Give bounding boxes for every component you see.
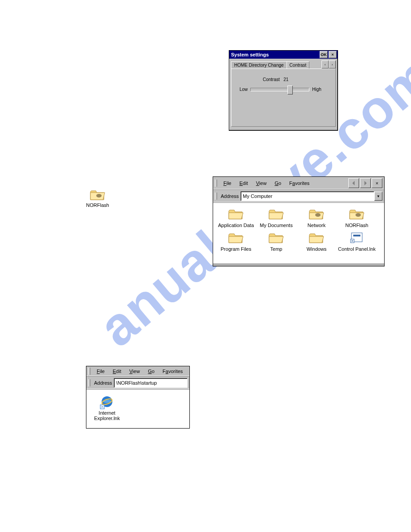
address-field[interactable]: \NORFlash\startup — [114, 378, 188, 388]
address-bar: Address My Computer ▼ — [213, 190, 384, 203]
ok-button[interactable]: OK — [320, 51, 328, 58]
tab-panel-contrast: Contrast 21 Low High — [231, 69, 336, 127]
nav-forward-button[interactable] — [360, 178, 371, 188]
menu-view[interactable]: View — [253, 180, 270, 187]
item-label: Windows — [296, 246, 337, 252]
folder-open-icon — [308, 231, 325, 245]
item-program-files[interactable]: Program Files — [216, 231, 256, 252]
contrast-value: 21 — [283, 77, 288, 82]
tab-strip: HOME Directory Change Contrast ‹ › — [231, 60, 336, 69]
tab-scroll-right-button[interactable]: › — [329, 60, 336, 69]
svg-point-1 — [315, 213, 321, 217]
folder-open-icon — [228, 207, 244, 221]
item-windows[interactable]: Windows — [296, 231, 337, 252]
address-field[interactable]: My Computer — [240, 191, 374, 201]
file-pane: Application Data My Documents Network NO… — [213, 203, 384, 266]
folder-hand-icon — [90, 188, 106, 202]
window-close-button[interactable]: × — [372, 178, 382, 188]
arrow-left-icon — [351, 180, 357, 186]
menu-go[interactable]: Go — [144, 368, 158, 375]
item-internet-explorer[interactable]: Internet Explorer.lnk — [89, 394, 125, 421]
contrast-slider: Low High — [240, 87, 321, 92]
slider-low-label: Low — [240, 87, 248, 92]
folder-hand-icon — [308, 207, 325, 221]
menu-view[interactable]: View — [126, 368, 144, 375]
address-label: Address — [219, 193, 240, 199]
explorer-window-startup: File Edit View Go Favorites Address \NOR… — [86, 366, 190, 429]
tab-contrast[interactable]: Contrast — [287, 61, 310, 69]
slider-high-label: High — [312, 87, 321, 92]
menu-edit[interactable]: Edit — [109, 368, 125, 375]
item-temp[interactable]: Temp — [256, 231, 296, 252]
folder-hand-icon — [349, 207, 365, 221]
desktop-icon-label: NORFlash — [82, 202, 113, 208]
folder-open-icon — [268, 207, 284, 221]
contrast-readout: Contrast 21 — [263, 77, 288, 82]
item-control-panel[interactable]: Control Panel.lnk — [337, 231, 377, 252]
svg-point-2 — [355, 213, 361, 217]
menubar: File Edit View Go Favorites × — [213, 177, 384, 190]
menu-edit[interactable]: Edit — [236, 180, 252, 187]
close-button[interactable]: × — [329, 51, 337, 58]
menu-go[interactable]: Go — [271, 180, 285, 187]
toolbar-grip-icon[interactable] — [88, 379, 90, 386]
item-application-data[interactable]: Application Data — [216, 207, 256, 228]
menu-favorites[interactable]: Favorites — [286, 180, 313, 187]
address-dropdown-button[interactable]: ▼ — [374, 192, 382, 201]
item-label: NORFlash — [337, 223, 377, 228]
toolbar-grip-icon[interactable] — [215, 180, 217, 187]
folder-open-icon — [268, 231, 284, 245]
dialog-titlebar[interactable]: System settings OK × — [229, 51, 338, 59]
nav-back-button[interactable] — [348, 178, 359, 188]
item-label: My Documents — [256, 223, 296, 228]
contrast-label-text: Contrast — [263, 77, 280, 82]
address-label: Address — [92, 380, 114, 386]
item-label: Control Panel.lnk — [337, 246, 377, 252]
system-settings-dialog: System settings OK × HOME Directory Chan… — [229, 50, 338, 131]
svg-rect-4 — [353, 235, 360, 236]
item-network[interactable]: Network — [296, 207, 337, 228]
slider-track[interactable] — [250, 88, 309, 91]
dialog-title: System settings — [230, 52, 319, 57]
arrow-right-icon — [362, 180, 368, 186]
menu-file[interactable]: File — [93, 368, 108, 375]
toolbar-grip-icon[interactable] — [88, 368, 90, 375]
slider-thumb[interactable] — [287, 86, 293, 94]
folder-open-icon — [228, 231, 244, 245]
menu-file[interactable]: File — [220, 180, 235, 187]
control-panel-icon — [349, 231, 365, 245]
desktop-icon-norflash[interactable]: NORFlash — [82, 188, 113, 208]
tab-home-directory[interactable]: HOME Directory Change — [231, 61, 287, 69]
file-pane: Internet Explorer.lnk — [86, 390, 189, 428]
internet-explorer-icon — [99, 394, 115, 409]
item-norflash[interactable]: NORFlash — [337, 207, 377, 228]
menubar: File Edit View Go Favorites — [86, 366, 189, 377]
item-label: Temp — [256, 246, 296, 252]
item-label: Application Data — [216, 223, 256, 228]
menu-favorites[interactable]: Favorites — [159, 368, 186, 375]
item-label: Network — [296, 223, 337, 228]
item-my-documents[interactable]: My Documents — [256, 207, 296, 228]
item-label: Internet Explorer.lnk — [89, 410, 125, 421]
tab-scroll-left-button[interactable]: ‹ — [321, 60, 329, 69]
address-bar: Address \NORFlash\startup — [86, 377, 189, 390]
explorer-window-my-computer: File Edit View Go Favorites × Address My… — [213, 176, 385, 266]
toolbar-grip-icon[interactable] — [215, 193, 217, 200]
item-label: Program Files — [216, 246, 256, 252]
svg-point-0 — [96, 194, 102, 197]
